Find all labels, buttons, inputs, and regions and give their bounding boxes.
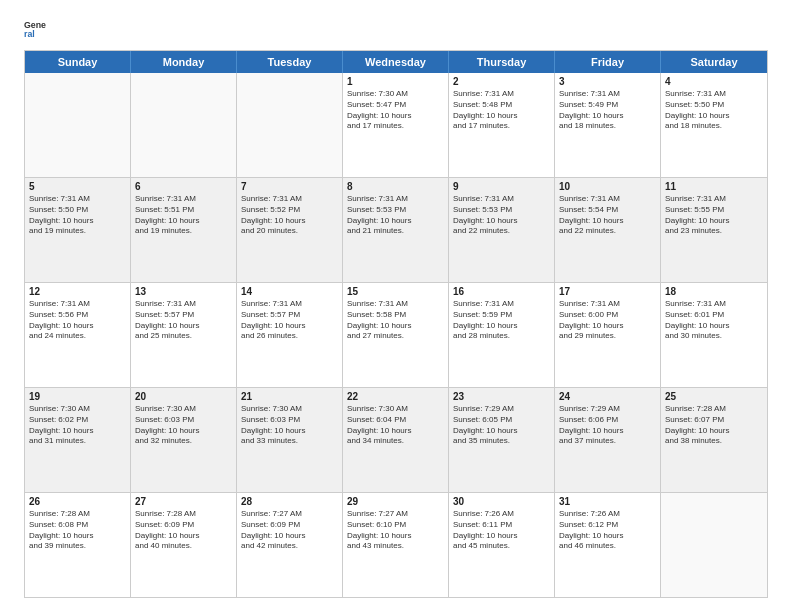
calendar-cell: 30Sunrise: 7:26 AM Sunset: 6:11 PM Dayli… [449,493,555,597]
calendar-cell [237,73,343,177]
calendar-cell: 26Sunrise: 7:28 AM Sunset: 6:08 PM Dayli… [25,493,131,597]
day-number: 12 [29,286,126,297]
calendar-cell: 3Sunrise: 7:31 AM Sunset: 5:49 PM Daylig… [555,73,661,177]
calendar-cell: 21Sunrise: 7:30 AM Sunset: 6:03 PM Dayli… [237,388,343,492]
calendar-cell: 25Sunrise: 7:28 AM Sunset: 6:07 PM Dayli… [661,388,767,492]
day-info: Sunrise: 7:29 AM Sunset: 6:05 PM Dayligh… [453,404,550,447]
logo-icon: Gene ral [24,18,46,40]
svg-text:ral: ral [24,29,35,39]
calendar-cell: 16Sunrise: 7:31 AM Sunset: 5:59 PM Dayli… [449,283,555,387]
calendar-row: 5Sunrise: 7:31 AM Sunset: 5:50 PM Daylig… [25,177,767,282]
day-info: Sunrise: 7:27 AM Sunset: 6:09 PM Dayligh… [241,509,338,552]
calendar-cell: 11Sunrise: 7:31 AM Sunset: 5:55 PM Dayli… [661,178,767,282]
calendar-row: 1Sunrise: 7:30 AM Sunset: 5:47 PM Daylig… [25,73,767,177]
calendar-cell: 22Sunrise: 7:30 AM Sunset: 6:04 PM Dayli… [343,388,449,492]
day-info: Sunrise: 7:27 AM Sunset: 6:10 PM Dayligh… [347,509,444,552]
day-info: Sunrise: 7:26 AM Sunset: 6:12 PM Dayligh… [559,509,656,552]
calendar-cell: 4Sunrise: 7:31 AM Sunset: 5:50 PM Daylig… [661,73,767,177]
calendar-cell [661,493,767,597]
day-info: Sunrise: 7:31 AM Sunset: 5:57 PM Dayligh… [135,299,232,342]
header: Gene ral [24,18,768,40]
calendar-cell: 13Sunrise: 7:31 AM Sunset: 5:57 PM Dayli… [131,283,237,387]
day-info: Sunrise: 7:26 AM Sunset: 6:11 PM Dayligh… [453,509,550,552]
calendar-cell [131,73,237,177]
calendar-cell: 7Sunrise: 7:31 AM Sunset: 5:52 PM Daylig… [237,178,343,282]
day-number: 4 [665,76,763,87]
day-info: Sunrise: 7:31 AM Sunset: 5:51 PM Dayligh… [135,194,232,237]
calendar-cell: 31Sunrise: 7:26 AM Sunset: 6:12 PM Dayli… [555,493,661,597]
day-info: Sunrise: 7:31 AM Sunset: 5:48 PM Dayligh… [453,89,550,132]
calendar-body: 1Sunrise: 7:30 AM Sunset: 5:47 PM Daylig… [25,73,767,597]
calendar-day-header: Sunday [25,51,131,73]
day-number: 18 [665,286,763,297]
day-number: 14 [241,286,338,297]
day-info: Sunrise: 7:28 AM Sunset: 6:07 PM Dayligh… [665,404,763,447]
day-number: 9 [453,181,550,192]
calendar-row: 19Sunrise: 7:30 AM Sunset: 6:02 PM Dayli… [25,387,767,492]
calendar-cell: 27Sunrise: 7:28 AM Sunset: 6:09 PM Dayli… [131,493,237,597]
day-info: Sunrise: 7:29 AM Sunset: 6:06 PM Dayligh… [559,404,656,447]
day-info: Sunrise: 7:30 AM Sunset: 5:47 PM Dayligh… [347,89,444,132]
day-number: 20 [135,391,232,402]
day-number: 17 [559,286,656,297]
day-number: 21 [241,391,338,402]
calendar-cell: 9Sunrise: 7:31 AM Sunset: 5:53 PM Daylig… [449,178,555,282]
day-info: Sunrise: 7:31 AM Sunset: 5:52 PM Dayligh… [241,194,338,237]
day-number: 13 [135,286,232,297]
day-number: 30 [453,496,550,507]
day-number: 5 [29,181,126,192]
day-info: Sunrise: 7:31 AM Sunset: 5:55 PM Dayligh… [665,194,763,237]
day-number: 16 [453,286,550,297]
calendar-cell: 8Sunrise: 7:31 AM Sunset: 5:53 PM Daylig… [343,178,449,282]
day-number: 31 [559,496,656,507]
day-info: Sunrise: 7:31 AM Sunset: 5:56 PM Dayligh… [29,299,126,342]
day-number: 3 [559,76,656,87]
calendar-cell: 23Sunrise: 7:29 AM Sunset: 6:05 PM Dayli… [449,388,555,492]
day-info: Sunrise: 7:30 AM Sunset: 6:02 PM Dayligh… [29,404,126,447]
day-info: Sunrise: 7:28 AM Sunset: 6:08 PM Dayligh… [29,509,126,552]
day-number: 28 [241,496,338,507]
day-number: 26 [29,496,126,507]
calendar-cell [25,73,131,177]
calendar-cell: 18Sunrise: 7:31 AM Sunset: 6:01 PM Dayli… [661,283,767,387]
day-number: 2 [453,76,550,87]
day-number: 8 [347,181,444,192]
calendar-cell: 15Sunrise: 7:31 AM Sunset: 5:58 PM Dayli… [343,283,449,387]
day-info: Sunrise: 7:31 AM Sunset: 5:50 PM Dayligh… [665,89,763,132]
calendar-cell: 12Sunrise: 7:31 AM Sunset: 5:56 PM Dayli… [25,283,131,387]
calendar-day-header: Friday [555,51,661,73]
day-info: Sunrise: 7:31 AM Sunset: 6:01 PM Dayligh… [665,299,763,342]
calendar-cell: 29Sunrise: 7:27 AM Sunset: 6:10 PM Dayli… [343,493,449,597]
page: Gene ral SundayMondayTuesdayWednesdayThu… [0,0,792,612]
calendar-cell: 1Sunrise: 7:30 AM Sunset: 5:47 PM Daylig… [343,73,449,177]
calendar-cell: 6Sunrise: 7:31 AM Sunset: 5:51 PM Daylig… [131,178,237,282]
day-number: 7 [241,181,338,192]
day-number: 23 [453,391,550,402]
calendar-cell: 20Sunrise: 7:30 AM Sunset: 6:03 PM Dayli… [131,388,237,492]
day-info: Sunrise: 7:31 AM Sunset: 5:57 PM Dayligh… [241,299,338,342]
calendar: SundayMondayTuesdayWednesdayThursdayFrid… [24,50,768,598]
day-info: Sunrise: 7:31 AM Sunset: 5:49 PM Dayligh… [559,89,656,132]
day-number: 6 [135,181,232,192]
calendar-cell: 24Sunrise: 7:29 AM Sunset: 6:06 PM Dayli… [555,388,661,492]
calendar-row: 26Sunrise: 7:28 AM Sunset: 6:08 PM Dayli… [25,492,767,597]
day-info: Sunrise: 7:31 AM Sunset: 5:53 PM Dayligh… [347,194,444,237]
day-info: Sunrise: 7:31 AM Sunset: 5:54 PM Dayligh… [559,194,656,237]
day-number: 24 [559,391,656,402]
day-number: 19 [29,391,126,402]
day-info: Sunrise: 7:31 AM Sunset: 6:00 PM Dayligh… [559,299,656,342]
calendar-header: SundayMondayTuesdayWednesdayThursdayFrid… [25,51,767,73]
day-number: 25 [665,391,763,402]
day-number: 10 [559,181,656,192]
calendar-cell: 28Sunrise: 7:27 AM Sunset: 6:09 PM Dayli… [237,493,343,597]
calendar-cell: 14Sunrise: 7:31 AM Sunset: 5:57 PM Dayli… [237,283,343,387]
day-number: 11 [665,181,763,192]
day-number: 29 [347,496,444,507]
calendar-cell: 10Sunrise: 7:31 AM Sunset: 5:54 PM Dayli… [555,178,661,282]
day-number: 15 [347,286,444,297]
calendar-day-header: Monday [131,51,237,73]
day-info: Sunrise: 7:31 AM Sunset: 5:53 PM Dayligh… [453,194,550,237]
logo: Gene ral [24,18,50,40]
calendar-cell: 19Sunrise: 7:30 AM Sunset: 6:02 PM Dayli… [25,388,131,492]
calendar-day-header: Thursday [449,51,555,73]
